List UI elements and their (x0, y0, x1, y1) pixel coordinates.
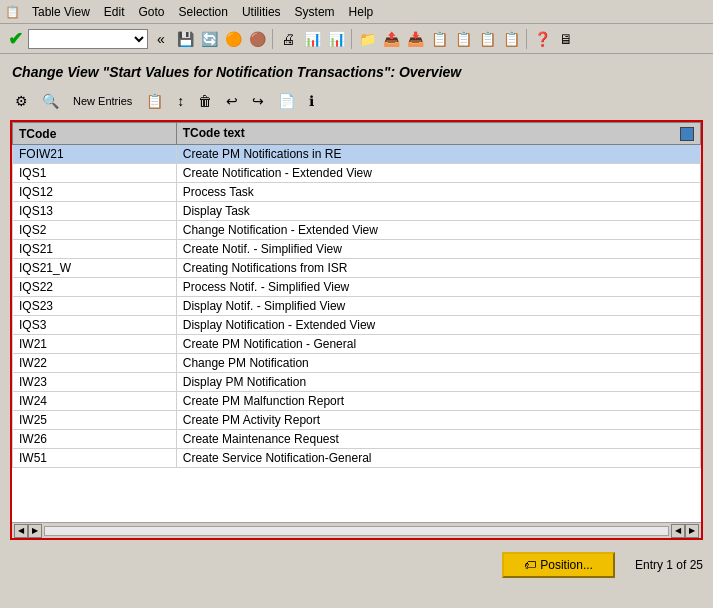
menu-edit[interactable]: Edit (98, 3, 131, 21)
tcode-text-cell: Process Task (176, 183, 700, 202)
tcode-text-cell: Create PM Activity Report (176, 411, 700, 430)
move-icon: ↕ (177, 93, 184, 109)
table-row[interactable]: IW22Change PM Notification (13, 354, 701, 373)
btn8[interactable]: 📋 (428, 28, 450, 50)
menu-utilities[interactable]: Utilities (236, 3, 287, 21)
btn6[interactable]: 📤 (380, 28, 402, 50)
command-field[interactable] (28, 29, 148, 49)
more-icon: 📄 (278, 93, 295, 109)
menu-table-view[interactable]: Table View (26, 3, 96, 21)
table-row[interactable]: IQS22Process Notif. - Simplified View (13, 278, 701, 297)
delete-btn[interactable]: 🗑 (193, 90, 217, 112)
table-row[interactable]: IW26Create Maintenance Request (13, 430, 701, 449)
undo-icon: ↩ (226, 93, 238, 109)
btn12[interactable]: 🖥 (555, 28, 577, 50)
display-btn[interactable]: 🔍 (37, 90, 64, 112)
more-btn[interactable]: 📄 (273, 90, 300, 112)
sep2 (351, 29, 352, 49)
info-icon: ℹ (309, 93, 314, 109)
undo-btn[interactable]: ↩ (221, 90, 243, 112)
scroll-right2-btn[interactable]: ◀ (671, 524, 685, 538)
tcode-text-cell: Change Notification - Extended View (176, 221, 700, 240)
col-header-tcode-text[interactable]: TCode text (176, 123, 700, 145)
redo-btn[interactable]: ↪ (247, 90, 269, 112)
table-row[interactable]: IW23Display PM Notification (13, 373, 701, 392)
entry-count-label: Entry 1 of 25 (635, 558, 703, 572)
tcode-text-cell: Create Maintenance Request (176, 430, 700, 449)
info-btn[interactable]: ℹ (304, 90, 319, 112)
page-title: Change View "Start Values for Notificati… (4, 58, 709, 86)
tcode-text-cell: Create PM Notifications in RE (176, 145, 700, 164)
app-icon: 📋 (4, 4, 20, 20)
btn7[interactable]: 📥 (404, 28, 426, 50)
tcode-cell: IW25 (13, 411, 177, 430)
tcode-text-cell: Display PM Notification (176, 373, 700, 392)
confirm-button[interactable]: ✔ (4, 28, 26, 50)
table-row[interactable]: IW24Create PM Malfunction Report (13, 392, 701, 411)
position-label: Position... (540, 558, 593, 572)
tcode-text-cell: Display Notif. - Simplified View (176, 297, 700, 316)
tcode-text-cell: Create Notif. - Simplified View (176, 240, 700, 259)
tcode-cell: IW23 (13, 373, 177, 392)
tcode-cell: IW51 (13, 449, 177, 468)
print-btn[interactable]: 🖨 (277, 28, 299, 50)
tcode-cell: IQS2 (13, 221, 177, 240)
menu-goto[interactable]: Goto (133, 3, 171, 21)
menu-bar: 📋 Table View Edit Goto Selection Utiliti… (0, 0, 713, 24)
btn5[interactable]: 📁 (356, 28, 378, 50)
menu-help[interactable]: Help (343, 3, 380, 21)
tcode-text-cell: Process Notif. - Simplified View (176, 278, 700, 297)
tcode-text-cell: Create Notification - Extended View (176, 164, 700, 183)
display-icon: 🔍 (42, 93, 59, 109)
horizontal-scrollbar[interactable]: ◀ ▶ ◀ ▶ (12, 522, 701, 538)
table-row[interactable]: IQS12Process Task (13, 183, 701, 202)
refresh-btn[interactable]: 🔄 (198, 28, 220, 50)
table-row[interactable]: IW51Create Service Notification-General (13, 449, 701, 468)
tcode-cell: IW21 (13, 335, 177, 354)
menu-system[interactable]: System (289, 3, 341, 21)
btn10[interactable]: 📋 (476, 28, 498, 50)
scroll-right3-btn[interactable]: ▶ (685, 524, 699, 538)
table-row[interactable]: IQS3Display Notification - Extended View (13, 316, 701, 335)
btn3[interactable]: 📊 (301, 28, 323, 50)
tcode-cell: IW22 (13, 354, 177, 373)
move-btn[interactable]: ↕ (172, 90, 189, 112)
settings-icon: ⚙ (15, 93, 28, 109)
table-scroll-area[interactable]: TCode TCode text FOIW21Create PM Notific… (12, 122, 701, 522)
table-row[interactable]: IQS13Display Task (13, 202, 701, 221)
save-btn[interactable]: 💾 (174, 28, 196, 50)
btn2[interactable]: 🟤 (246, 28, 268, 50)
help-btn[interactable]: ❓ (531, 28, 553, 50)
btn4[interactable]: 📊 (325, 28, 347, 50)
table-row[interactable]: IQS1Create Notification - Extended View (13, 164, 701, 183)
redo-icon: ↪ (252, 93, 264, 109)
new-entries-button[interactable]: New Entries (68, 90, 137, 112)
table-row[interactable]: IW25Create PM Activity Report (13, 411, 701, 430)
status-bar: 🏷 Position... Entry 1 of 25 (0, 548, 713, 582)
position-button[interactable]: 🏷 Position... (502, 552, 615, 578)
tcode-cell: IQS22 (13, 278, 177, 297)
table-row[interactable]: IW21Create PM Notification - General (13, 335, 701, 354)
table-row[interactable]: IQS23Display Notif. - Simplified View (13, 297, 701, 316)
menu-selection[interactable]: Selection (173, 3, 234, 21)
tcode-cell: IQS23 (13, 297, 177, 316)
table-settings-icon[interactable] (680, 127, 694, 141)
nav-back-btn[interactable]: « (150, 28, 172, 50)
position-icon: 🏷 (524, 558, 536, 572)
btn11[interactable]: 📋 (500, 28, 522, 50)
scroll-track-left[interactable] (44, 526, 669, 536)
tcode-cell: IQS3 (13, 316, 177, 335)
table-row[interactable]: IQS2Change Notification - Extended View (13, 221, 701, 240)
btn9[interactable]: 📋 (452, 28, 474, 50)
settings-btn[interactable]: ⚙ (10, 90, 33, 112)
btn1[interactable]: 🟠 (222, 28, 244, 50)
table-row[interactable]: FOIW21Create PM Notifications in RE (13, 145, 701, 164)
tcode-text-cell: Create PM Notification - General (176, 335, 700, 354)
copy-btn[interactable]: 📋 (141, 90, 168, 112)
scroll-right-btn[interactable]: ▶ (28, 524, 42, 538)
scroll-left-btn[interactable]: ◀ (14, 524, 28, 538)
tcode-text-cell: Create PM Malfunction Report (176, 392, 700, 411)
col-header-tcode[interactable]: TCode (13, 123, 177, 145)
table-row[interactable]: IQS21Create Notif. - Simplified View (13, 240, 701, 259)
table-row[interactable]: IQS21_WCreating Notifications from ISR (13, 259, 701, 278)
